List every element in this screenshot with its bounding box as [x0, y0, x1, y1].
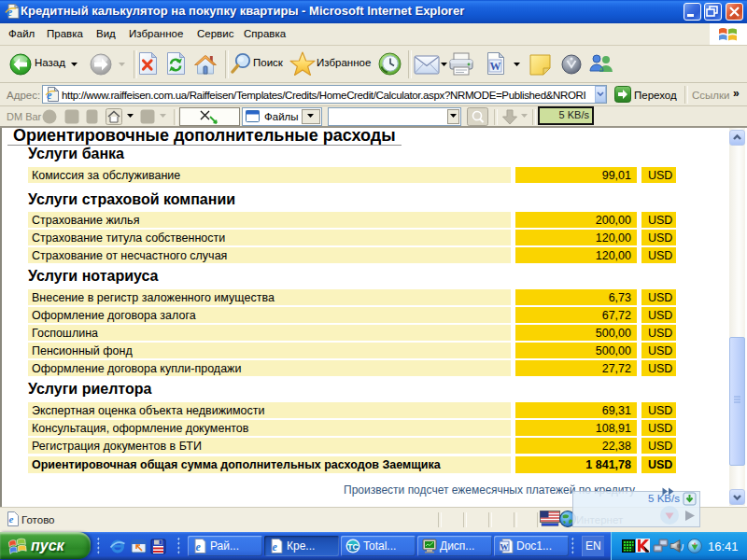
svg-text:e: e — [47, 89, 52, 102]
svg-text:e: e — [195, 540, 201, 553]
svg-text:e: e — [9, 513, 14, 525]
svg-text:TC: TC — [347, 542, 358, 552]
svg-text:W: W — [500, 542, 509, 552]
svg-text:W: W — [490, 60, 501, 73]
svg-text:e: e — [7, 5, 12, 19]
svg-text:e: e — [272, 540, 277, 553]
